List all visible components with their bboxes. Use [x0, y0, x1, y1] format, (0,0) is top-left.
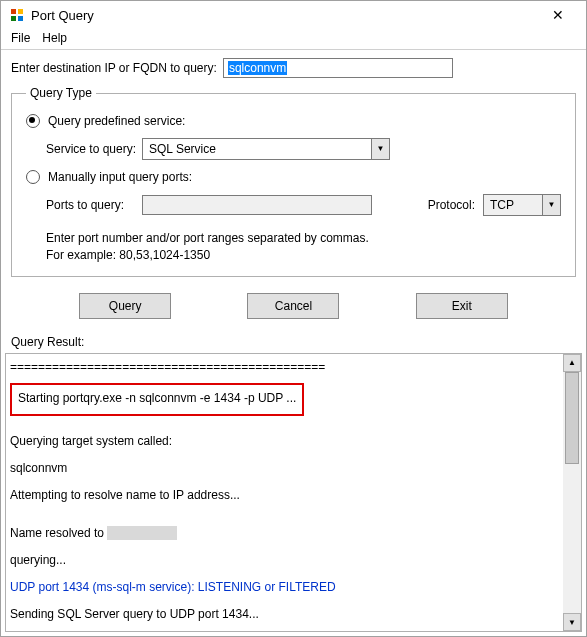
protocol-label: Protocol: [428, 198, 475, 212]
query-type-group: Query Type Query predefined service: Ser… [11, 86, 576, 277]
scroll-down-button[interactable]: ▼ [563, 613, 581, 631]
result-line: Sending SQL Server query to UDP port 143… [10, 605, 559, 624]
scroll-track[interactable] [563, 372, 581, 613]
result-line: querying... [10, 551, 559, 570]
result-listening-line: UDP port 1434 (ms-sql-m service): LISTEN… [10, 578, 559, 597]
highlight-starting: Starting portqry.exe -n sqlconnvm -e 143… [10, 383, 304, 416]
service-to-query-label: Service to query: [46, 142, 142, 156]
query-result-label: Query Result: [1, 331, 586, 353]
chevron-down-icon: ▼ [568, 618, 576, 627]
window-title: Port Query [31, 8, 94, 23]
query-result-text[interactable]: ========================================… [6, 354, 563, 631]
protocol-dropdown-button[interactable]: ▼ [543, 194, 561, 216]
query-result-area: ========================================… [5, 353, 582, 632]
query-type-legend: Query Type [26, 86, 96, 100]
destination-value: sqlconnvm [228, 61, 287, 75]
close-icon: ✕ [552, 7, 564, 23]
chevron-up-icon: ▲ [568, 358, 576, 367]
result-name-resolved: Name resolved to [10, 524, 559, 543]
destination-input[interactable]: sqlconnvm [223, 58, 453, 78]
svg-rect-2 [11, 16, 16, 21]
destination-label: Enter destination IP or FQDN to query: [11, 61, 217, 75]
cancel-button[interactable]: Cancel [247, 293, 339, 319]
radio-manual-label: Manually input query ports: [48, 170, 192, 184]
radio-manual-ports[interactable] [26, 170, 40, 184]
window-close-button[interactable]: ✕ [538, 1, 578, 29]
ports-hint: Enter port number and/or port ranges sep… [46, 230, 561, 264]
result-separator: ========================================… [10, 358, 559, 377]
ports-to-query-label: Ports to query: [46, 198, 134, 212]
service-value: SQL Service [149, 142, 216, 156]
result-line: Attempting to resolve name to IP address… [10, 486, 559, 505]
menubar: File Help [1, 29, 586, 50]
service-combobox[interactable]: SQL Service ▼ [142, 138, 390, 160]
svg-rect-3 [18, 16, 23, 21]
result-line: Querying target system called: [10, 432, 559, 451]
chevron-down-icon: ▼ [377, 145, 385, 153]
radio-predefined-label: Query predefined service: [48, 114, 185, 128]
titlebar: Port Query ✕ [1, 1, 586, 29]
scroll-up-button[interactable]: ▲ [563, 354, 581, 372]
menu-file[interactable]: File [11, 31, 30, 45]
scroll-thumb[interactable] [565, 372, 579, 464]
result-scrollbar[interactable]: ▲ ▼ [563, 354, 581, 631]
radio-predefined-service[interactable] [26, 114, 40, 128]
app-icon [9, 7, 25, 23]
svg-rect-1 [18, 9, 23, 14]
service-dropdown-button[interactable]: ▼ [372, 138, 390, 160]
query-button[interactable]: Query [79, 293, 171, 319]
svg-rect-0 [11, 9, 16, 14]
result-target: sqlconnvm [10, 459, 559, 478]
protocol-value: TCP [490, 198, 514, 212]
menu-help[interactable]: Help [42, 31, 67, 45]
app-window: Port Query ✕ File Help Enter destination… [0, 0, 587, 637]
ports-to-query-input[interactable] [142, 195, 372, 215]
protocol-combobox[interactable]: TCP ▼ [483, 194, 561, 216]
chevron-down-icon: ▼ [548, 201, 556, 209]
exit-button[interactable]: Exit [416, 293, 508, 319]
redacted-ip [107, 526, 177, 540]
